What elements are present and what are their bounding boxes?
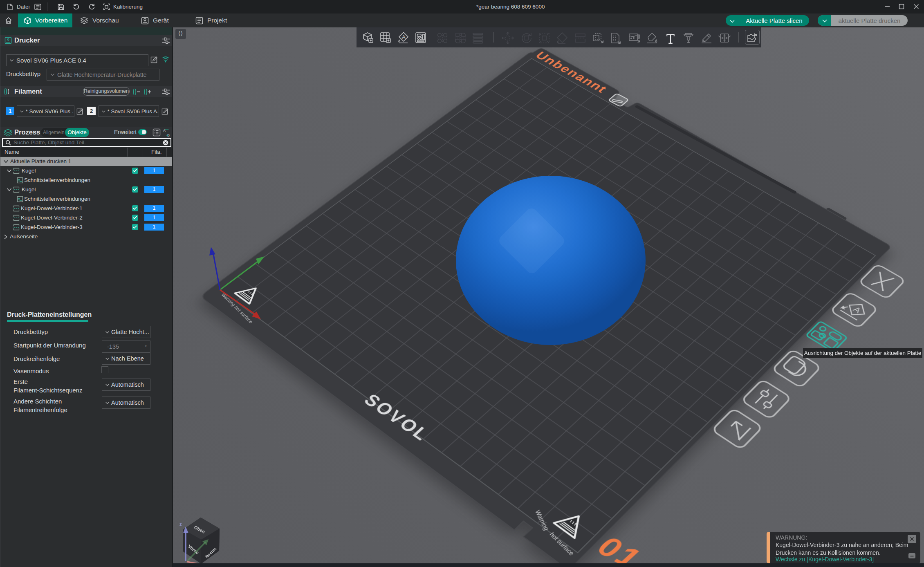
svg-text:A: A bbox=[402, 34, 406, 40]
svg-text:A: A bbox=[851, 305, 863, 315]
svg-text:A: A bbox=[163, 128, 166, 132]
svg-text:z: z bbox=[179, 522, 182, 527]
